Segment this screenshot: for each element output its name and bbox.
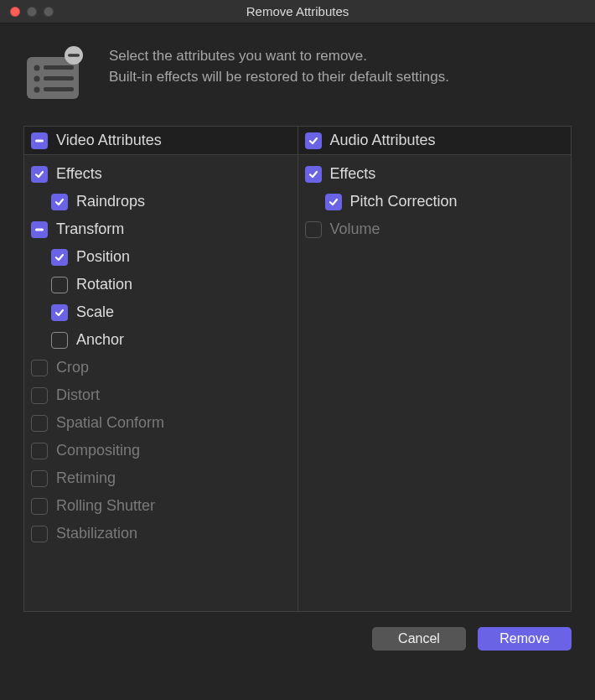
header-line-2: Built-in effects will be restored to the…	[109, 66, 449, 87]
video-effects-label: Effects	[56, 165, 102, 183]
svg-point-1	[34, 65, 40, 71]
distort-row: Distort	[28, 381, 294, 409]
video-attributes-label: Video Attributes	[56, 132, 162, 149]
pitch-correction-label: Pitch Correction	[350, 193, 458, 210]
video-attributes-checkbox[interactable]	[31, 132, 48, 149]
header-line-1: Select the attributes you want to remove…	[109, 45, 449, 66]
attributes-columns: Video Attributes Effects Raindrops	[23, 126, 572, 612]
rolling-shutter-checkbox	[31, 498, 48, 515]
svg-rect-2	[44, 65, 74, 70]
distort-label: Distort	[56, 386, 100, 404]
transform-label: Transform	[56, 220, 124, 238]
raindrops-label: Raindrops	[76, 193, 145, 210]
header-block: Select the attributes you want to remove…	[0, 23, 595, 126]
transform-checkbox[interactable]	[31, 221, 48, 238]
minimize-window-button[interactable]	[27, 7, 37, 17]
cancel-button[interactable]: Cancel	[372, 627, 466, 651]
distort-checkbox	[31, 387, 48, 404]
stabilization-row: Stabilization	[28, 520, 294, 547]
spatial-conform-label: Spatial Conform	[56, 414, 164, 432]
svg-rect-10	[35, 228, 44, 231]
svg-rect-8	[68, 54, 80, 57]
anchor-row: Anchor	[28, 326, 294, 354]
audio-column: Audio Attributes Effects Pitch Correctio…	[298, 127, 572, 611]
scale-checkbox[interactable]	[51, 304, 68, 321]
scale-label: Scale	[76, 303, 114, 321]
video-column: Video Attributes Effects Raindrops	[24, 127, 298, 611]
retiming-checkbox	[31, 470, 48, 487]
video-header-row: Video Attributes	[24, 127, 298, 155]
audio-attributes-label: Audio Attributes	[330, 132, 436, 149]
audio-attributes-checkbox[interactable]	[305, 132, 322, 149]
position-row: Position	[28, 243, 294, 271]
stabilization-label: Stabilization	[56, 525, 137, 542]
svg-rect-6	[44, 87, 74, 91]
rolling-shutter-row: Rolling Shutter	[28, 492, 294, 520]
spatial-conform-checkbox	[31, 415, 48, 432]
rolling-shutter-label: Rolling Shutter	[56, 497, 155, 515]
scale-row: Scale	[28, 298, 294, 326]
video-effects-row: Effects	[28, 160, 294, 188]
rotation-label: Rotation	[76, 276, 132, 293]
attributes-list-icon	[25, 45, 84, 104]
crop-row: Crop	[28, 354, 294, 381]
compositing-label: Compositing	[56, 442, 140, 459]
svg-rect-9	[35, 139, 44, 142]
stabilization-checkbox	[31, 526, 48, 542]
transform-row: Transform	[28, 215, 294, 243]
titlebar: Remove Attributes	[0, 0, 595, 23]
crop-checkbox	[31, 360, 48, 376]
retiming-row: Retiming	[28, 464, 294, 492]
crop-label: Crop	[56, 359, 89, 376]
retiming-label: Retiming	[56, 469, 116, 487]
audio-header-row: Audio Attributes	[298, 127, 572, 155]
close-window-button[interactable]	[10, 7, 20, 17]
spatial-conform-row: Spatial Conform	[28, 409, 294, 437]
audio-effects-checkbox[interactable]	[305, 166, 322, 183]
rotation-row: Rotation	[28, 271, 294, 298]
volume-checkbox	[305, 221, 322, 238]
rotation-checkbox[interactable]	[51, 277, 68, 293]
volume-label: Volume	[330, 220, 380, 238]
position-checkbox[interactable]	[51, 249, 68, 266]
raindrops-checkbox[interactable]	[51, 194, 68, 210]
anchor-label: Anchor	[76, 331, 124, 349]
pitch-correction-checkbox[interactable]	[325, 194, 342, 210]
svg-point-3	[34, 76, 40, 82]
audio-effects-label: Effects	[330, 165, 376, 183]
header-instructions: Select the attributes you want to remove…	[109, 45, 449, 87]
remove-button[interactable]: Remove	[478, 627, 572, 651]
position-label: Position	[76, 248, 130, 266]
volume-row: Volume	[302, 215, 568, 243]
maximize-window-button[interactable]	[44, 7, 54, 17]
video-effects-checkbox[interactable]	[31, 166, 48, 183]
audio-effects-row: Effects	[302, 160, 568, 188]
anchor-checkbox[interactable]	[51, 332, 68, 349]
window-title: Remove Attributes	[246, 4, 349, 18]
svg-point-5	[34, 87, 40, 93]
compositing-row: Compositing	[28, 437, 294, 464]
raindrops-row: Raindrops	[28, 188, 294, 215]
pitch-correction-row: Pitch Correction	[302, 188, 568, 215]
traffic-lights	[10, 7, 54, 17]
compositing-checkbox	[31, 443, 48, 459]
footer-buttons: Cancel Remove	[0, 612, 595, 651]
svg-rect-4	[44, 76, 74, 80]
